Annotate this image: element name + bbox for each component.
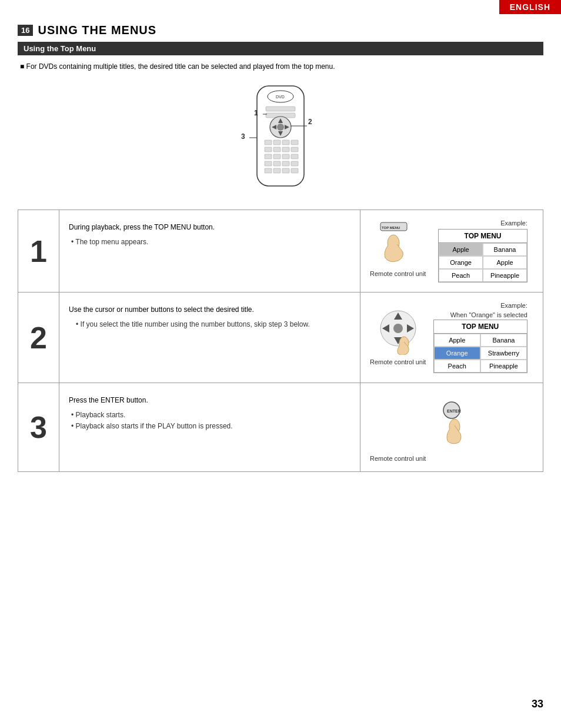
sub-header-bar: Using the Top Menu xyxy=(18,42,543,55)
step-3-number: 3 xyxy=(18,383,59,471)
step3-enter-svg: ENTER xyxy=(416,393,487,451)
svg-text:DVD: DVD xyxy=(276,95,285,99)
steps-container: 1 During playback, press the TOP MENU bu… xyxy=(18,210,543,472)
svg-rect-19 xyxy=(282,140,289,145)
step-3-bullet-1: Playback starts. xyxy=(69,410,350,421)
intro-text: For DVDs containing multiple titles, the… xyxy=(18,62,543,71)
remote-control-svg: DVD 1 2 3 xyxy=(219,80,342,198)
step1-remote-svg: TOP MENU xyxy=(375,220,422,267)
step-2-number: 2 xyxy=(18,292,59,383)
menu-cell: Apple xyxy=(483,256,527,269)
menu-cell: Apple xyxy=(434,334,480,347)
menu-cell: Peach xyxy=(434,360,480,373)
step-1-number: 1 xyxy=(18,210,59,292)
step2-top-menu-box: TOP MENU Apple Banana Orange Strawberry … xyxy=(433,320,527,373)
section-title: USING THE MENUS xyxy=(38,24,156,37)
step2-remote-svg xyxy=(372,302,425,355)
svg-rect-27 xyxy=(282,154,289,159)
svg-text:2: 2 xyxy=(308,118,312,126)
menu-cell: Pineapple xyxy=(480,360,527,373)
svg-rect-34 xyxy=(273,168,280,173)
english-badge: ENGLISH xyxy=(499,0,561,14)
step-2-bullet: If you select the title number using the… xyxy=(69,319,350,330)
svg-rect-20 xyxy=(291,140,298,145)
section-header: 16 USING THE MENUS xyxy=(18,24,543,37)
step-3-bullet-2: Playback also starts if the PLAY button … xyxy=(69,421,350,432)
step-3-text: Press the ENTER button. Playback starts.… xyxy=(59,383,360,471)
step-2-illustration: Remote control unit Example: When "Orang… xyxy=(360,292,543,383)
svg-rect-18 xyxy=(273,140,280,145)
step-3-illustration: ENTER Remote control unit xyxy=(360,383,543,471)
menu-cell: Banana xyxy=(480,334,527,347)
svg-text:TOP MENU: TOP MENU xyxy=(382,226,400,230)
menu-cell: Pineapple xyxy=(483,269,527,282)
svg-rect-22 xyxy=(273,147,280,152)
step-2-row: 2 Use the cursor or number buttons to se… xyxy=(18,292,543,383)
svg-rect-25 xyxy=(265,154,272,159)
svg-text:3: 3 xyxy=(241,132,245,141)
remote-diagram: DVD 1 2 3 xyxy=(18,80,543,198)
svg-text:1: 1 xyxy=(254,109,258,117)
svg-rect-21 xyxy=(265,147,272,152)
menu-cell: Strawberry xyxy=(480,347,527,360)
svg-rect-17 xyxy=(265,140,272,145)
menu-cell: Peach xyxy=(439,269,483,282)
section-number: 16 xyxy=(18,25,33,36)
svg-rect-32 xyxy=(291,161,298,166)
menu-cell: Orange xyxy=(439,256,483,269)
svg-rect-30 xyxy=(273,161,280,166)
svg-rect-36 xyxy=(291,168,298,173)
step-1-row: 1 During playback, press the TOP MENU bu… xyxy=(18,210,543,292)
svg-rect-26 xyxy=(273,154,280,159)
step-1-illustration: TOP MENU Remote control unit Example: xyxy=(360,210,543,292)
svg-point-45 xyxy=(393,324,403,333)
svg-rect-24 xyxy=(291,147,298,152)
step-2-text: Use the cursor or number buttons to sele… xyxy=(59,292,360,383)
svg-text:ENTER: ENTER xyxy=(447,409,461,413)
svg-rect-31 xyxy=(282,161,289,166)
svg-rect-29 xyxy=(265,161,272,166)
menu-cell-selected: Orange xyxy=(434,347,480,360)
step1-top-menu-box: TOP MENU Apple Banana Orange Apple Peach… xyxy=(438,229,527,282)
menu-cell: Banana xyxy=(483,243,527,256)
svg-point-10 xyxy=(277,124,284,131)
step-3-row: 3 Press the ENTER button. Playback start… xyxy=(18,383,543,471)
svg-rect-3 xyxy=(266,107,295,111)
svg-rect-28 xyxy=(291,154,298,159)
svg-rect-33 xyxy=(265,168,272,173)
menu-cell: Apple xyxy=(439,243,483,256)
step-1-text: During playback, press the TOP MENU butt… xyxy=(59,210,360,292)
svg-rect-35 xyxy=(282,168,289,173)
svg-rect-23 xyxy=(282,147,289,152)
page-number: 33 xyxy=(532,698,543,710)
